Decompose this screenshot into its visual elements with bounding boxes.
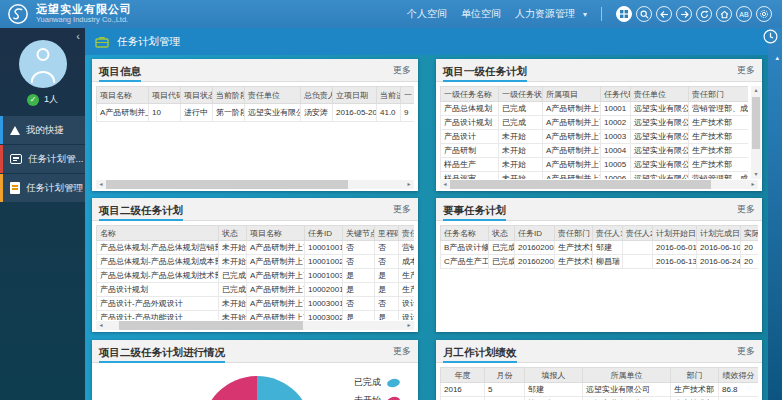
table-cell: 10001003 — [305, 269, 343, 283]
scrollbar-thumb[interactable] — [119, 321, 303, 330]
table-cell: 产品设计规划 — [441, 116, 499, 130]
table-row: C产品生产工艺优化已完成201602002生产技术部柳昌瑞2016-06-132… — [441, 255, 759, 269]
column-header: 责任人1 — [593, 226, 623, 241]
page-title: 任务计划管理 — [117, 35, 180, 49]
page-scrollbar[interactable] — [768, 28, 782, 400]
table-cell: 10001 — [601, 102, 631, 116]
scroll-down-icon[interactable]: ▾ — [754, 170, 757, 179]
more-link[interactable]: 更多 — [737, 64, 755, 77]
table-row: 产品设计规划已完成A产品研制并上市10002001是是生产 — [97, 283, 415, 297]
level2-task-table: 名称状态项目名称任务ID关键节点里程碑责任产品总体规划-产品总体规划营销部分未开… — [96, 225, 414, 320]
table-header-row: 项目名称项目代码项目状态当前阶段责任单位总负责人立项日期当前进度一 — [97, 87, 415, 104]
more-link[interactable]: 更多 — [737, 203, 755, 216]
scroll-left-icon[interactable]: ◂ — [96, 180, 106, 189]
table-row: 产品设计-产品功能设计未开始A产品研制并上市10003002是是设计 — [97, 311, 415, 321]
table-cell: 设计 — [399, 297, 415, 311]
sidebar-item-task-plan-mgmt-1[interactable]: 任务计划管... — [0, 145, 85, 173]
page-scroll-up-icon[interactable]: ▴ — [775, 54, 779, 62]
legend-item-completed: 已完成 — [354, 376, 400, 389]
table-cell: 产品设计-产品外观设计 — [97, 297, 219, 311]
sidebar-item-my-shortcuts[interactable]: 我的快捷 — [0, 116, 85, 144]
table-cell: 20 — [741, 241, 759, 255]
user-avatar[interactable] — [19, 40, 67, 88]
panel-level2-task-plan: 项目二级任务计划 更多 名称状态项目名称任务ID关键节点里程碑责任产品总体规划-… — [92, 198, 418, 332]
panel-key-tasks: 要事任务计划 更多 任务名称状态任务ID责任部门责任人1责任人2计划开始日期计划… — [436, 198, 762, 332]
column-header: 计划开始日期 — [653, 226, 697, 241]
panel-level1-task-plan: 项目一级任务计划 更多 一级任务名称一级任务状态所属项目任务代码责任单位责任部门… — [436, 59, 762, 191]
settings-gear-icon[interactable] — [756, 6, 772, 22]
table-cell: 是 — [375, 311, 399, 321]
column-header: 状态 — [489, 226, 515, 241]
column-header: 项目状态 — [181, 87, 213, 104]
clock-icon[interactable] — [763, 29, 778, 48]
panel-title: 项目信息 — [99, 59, 141, 82]
legend-marker — [386, 395, 401, 400]
scrollbar-thumb[interactable] — [450, 180, 711, 189]
more-link[interactable]: 更多 — [393, 64, 411, 77]
project-info-table: 项目名称项目代码项目状态当前阶段责任单位总负责人立项日期当前进度一A产品研制并上… — [96, 86, 414, 122]
app-screen: 远望实业有限公司 Yuanwang Industry Co.,Ltd. 个人空间… — [0, 0, 782, 400]
scroll-right-icon[interactable]: ▸ — [748, 180, 758, 189]
language-ab-icon[interactable]: AB — [736, 6, 752, 22]
table-cell: B产品设计修改 — [441, 241, 489, 255]
table-cell: 10001001 — [305, 241, 343, 255]
table-cell: 2016-05-20 — [333, 104, 377, 122]
chevron-down-icon[interactable]: ▾ — [583, 10, 587, 19]
table-cell: 未开始 — [219, 255, 247, 269]
scrollbar-thumb[interactable] — [106, 180, 348, 189]
scroll-up-icon[interactable]: ▴ — [754, 86, 757, 95]
forward-arrow-icon[interactable] — [676, 6, 692, 22]
table-cell: A产品研制并上市 — [247, 241, 305, 255]
table-cell: A产品研制并上市 — [247, 283, 305, 297]
sidebar: ‹ ✓ 1人 我的快捷 任务计划管... 任务计划管理 — [0, 28, 85, 400]
nav-personal-space[interactable]: 个人空间 — [407, 7, 447, 21]
refresh-icon[interactable] — [696, 6, 712, 22]
sidebar-collapse-icon[interactable]: ‹ — [76, 30, 80, 42]
card-icon — [10, 154, 22, 164]
table-cell: 远望实业有限公司 — [583, 383, 671, 397]
table-cell: 产品总体规划-产品总体规划技术部分及汇总 — [97, 269, 219, 283]
table-cell: 样品评审 — [441, 172, 499, 180]
panel-title: 项目二级任务计划进行情况 — [99, 340, 225, 363]
panel-title: 要事任务计划 — [443, 198, 506, 221]
apps-grid-icon[interactable] — [616, 6, 632, 22]
table-cell: 产品设计规划 — [97, 283, 219, 297]
column-header: 当前进度 — [377, 87, 401, 104]
company-logo-icon — [7, 3, 29, 25]
horizontal-scrollbar[interactable]: ◂ ▸ — [96, 180, 414, 189]
table-cell: 进行中 — [181, 104, 213, 122]
search-icon[interactable] — [636, 6, 652, 22]
table-cell: 2016-06-01 — [653, 241, 697, 255]
more-link[interactable]: 更多 — [393, 345, 411, 358]
table-cell: A产品研制并上市 — [247, 297, 305, 311]
scrollbar-thumb[interactable] — [752, 97, 760, 149]
table-cell: 生产技术部 — [689, 144, 749, 158]
home-icon[interactable] — [716, 6, 732, 22]
table-cell: 5 — [485, 383, 525, 397]
table-cell: 产品总体规划-产品总体规划营销部分 — [97, 241, 219, 255]
table-cell: 20 — [741, 255, 759, 269]
table-cell: 未开始 — [219, 241, 247, 255]
column-header: 名称 — [97, 226, 219, 241]
separator — [601, 7, 602, 21]
vertical-scrollbar[interactable]: ▴ ▾ — [751, 86, 761, 179]
scroll-left-icon[interactable]: ◂ — [96, 321, 106, 330]
table-cell: 是 — [343, 269, 375, 283]
more-link[interactable]: 更多 — [737, 345, 755, 358]
scroll-right-icon[interactable]: ▸ — [404, 180, 414, 189]
nav-unit-space[interactable]: 单位空间 — [461, 7, 501, 21]
key-tasks-table: 任务名称状态任务ID责任部门责任人1责任人2计划开始日期计划完成日期实际B产品设… — [440, 225, 758, 269]
table-cell: C产品生产工艺优化 — [441, 255, 489, 269]
table-row: 产品研制未开始A产品研制并上市10004远望实业有限公司生产技术部 — [441, 144, 749, 158]
back-arrow-icon[interactable] — [656, 6, 672, 22]
more-link[interactable]: 更多 — [393, 203, 411, 216]
horizontal-scrollbar[interactable]: ◂ ▸ — [96, 321, 414, 330]
table-row: 产品设计-产品外观设计未开始A产品研制并上市10003001否否设计 — [97, 297, 415, 311]
scroll-right-icon[interactable]: ▸ — [404, 321, 414, 330]
sidebar-item-task-plan-mgmt-2[interactable]: 任务计划管理 — [0, 174, 85, 202]
column-header: 计划完成日期 — [697, 226, 741, 241]
user-count: 1人 — [44, 93, 58, 106]
scroll-left-icon[interactable]: ◂ — [440, 180, 450, 189]
nav-hr-management[interactable]: 人力资源管理 — [515, 7, 575, 21]
horizontal-scrollbar[interactable]: ◂ ▸ — [440, 180, 758, 189]
